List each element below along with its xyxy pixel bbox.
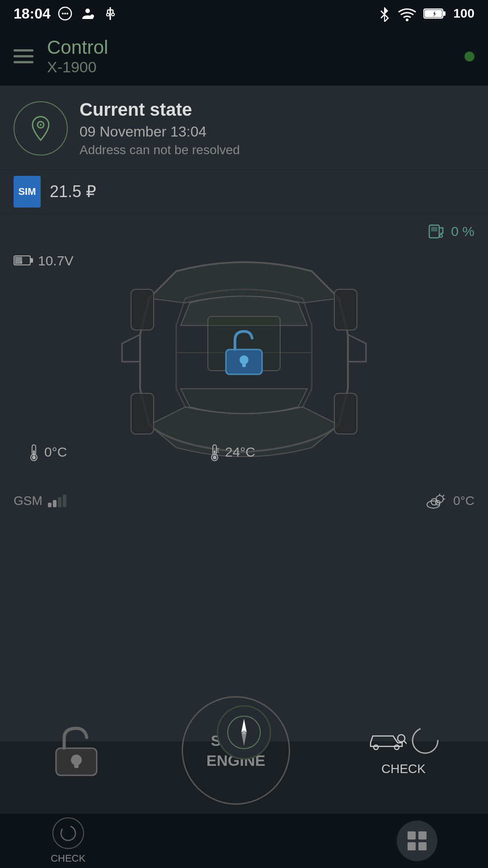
svg-point-3 [66,13,68,14]
sim-balance: 21.5 ₽ [50,182,96,201]
fuel-value: 0 % [451,224,474,239]
svg-point-71 [61,826,75,840]
message-icon [57,5,73,22]
gsm-indicator: GSM [14,494,66,508]
signal-bars [48,495,66,507]
svg-marker-68 [241,719,247,732]
status-bar: 18:04 [0,0,488,27]
lock-status-icon [217,325,271,381]
svg-point-66 [413,728,438,753]
svg-point-46 [213,456,216,459]
battery-level: 100 [453,6,474,21]
svg-point-61 [374,745,378,750]
svg-rect-24 [431,227,437,231]
svg-point-1 [62,13,64,14]
wifi-icon [398,5,416,22]
check-label: CHECK [381,762,426,776]
state-title: Current state [80,99,240,120]
status-time: 18:04 [14,5,51,22]
usb-icon [102,5,118,22]
state-address: Address can not be resolved [80,143,240,157]
fuel-indicator: 0 % [427,222,474,241]
location-icon [14,101,68,156]
app-title: Control [47,37,451,58]
svg-line-53 [443,495,444,496]
svg-point-13 [112,13,114,16]
svg-marker-69 [241,732,247,746]
weather-indicator: 0°C [425,493,474,509]
svg-rect-34 [334,393,357,434]
svg-point-2 [64,13,66,14]
tab-check-left-label: CHECK [51,853,85,864]
svg-rect-72 [408,831,416,840]
svg-rect-39 [242,360,246,367]
svg-rect-47 [214,450,216,454]
app-subtitle: X-1900 [47,58,451,76]
interior-temp-value: 24°C [225,444,255,460]
main-content: Current state 09 November 13:04 Address … [0,86,488,741]
svg-rect-73 [418,831,427,840]
svg-rect-33 [131,393,154,434]
bottom-tabs: CHECK [0,814,488,868]
svg-point-42 [32,456,36,459]
weather-temp: 0°C [453,494,474,508]
svg-point-17 [406,19,408,21]
svg-point-25 [440,235,442,237]
svg-rect-19 [443,11,446,16]
gsm-label: GSM [14,494,42,508]
svg-rect-32 [334,289,357,330]
battery-voltage-value: 10.7V [38,253,73,269]
svg-point-70 [242,731,246,734]
svg-rect-43 [33,450,35,456]
svg-point-63 [398,735,405,742]
svg-text:-: - [15,260,17,265]
check-status-button[interactable]: CHECK [366,725,441,776]
tab-check-circle [52,817,84,849]
svg-rect-20 [425,10,442,17]
tab-check-left[interactable]: CHECK [51,817,85,864]
svg-line-16 [381,14,385,18]
interior-temp: 24°C [208,443,255,461]
tab-dashboard-circle [397,821,437,861]
svg-rect-75 [418,842,427,850]
state-date: 09 November 13:04 [80,123,240,140]
sim-section: SIM 21.5 ₽ [0,167,488,217]
svg-rect-31 [131,289,154,330]
svg-rect-74 [408,842,416,850]
svg-line-15 [381,11,385,14]
bluetooth-icon [378,5,391,22]
person-icon [80,5,96,22]
connection-dot [465,52,474,61]
menu-button[interactable] [14,49,33,63]
battery-voltage: + - 10.7V [14,253,73,269]
svg-point-4 [85,9,90,13]
exterior-temp-value: 0°C [44,444,67,460]
car-visualization: 0 % + - 10.7V [0,217,488,488]
exterior-temp: 0°C [27,443,67,461]
app-bar: Control X-1900 [0,27,488,86]
svg-text:+: + [20,260,23,265]
svg-line-64 [404,741,407,746]
sim-icon: SIM [14,176,41,208]
current-state-section: Current state 09 November 13:04 Address … [0,86,488,167]
battery-icon [423,7,446,20]
svg-point-22 [40,124,42,126]
svg-rect-12 [107,14,109,16]
svg-rect-27 [30,258,33,263]
bottom-indicators: GSM 0°C [0,488,488,514]
unlock-button[interactable] [47,721,106,780]
compass-icon[interactable] [217,705,271,760]
svg-point-62 [394,745,399,750]
tab-dashboard[interactable] [397,821,437,861]
svg-rect-60 [74,760,79,768]
